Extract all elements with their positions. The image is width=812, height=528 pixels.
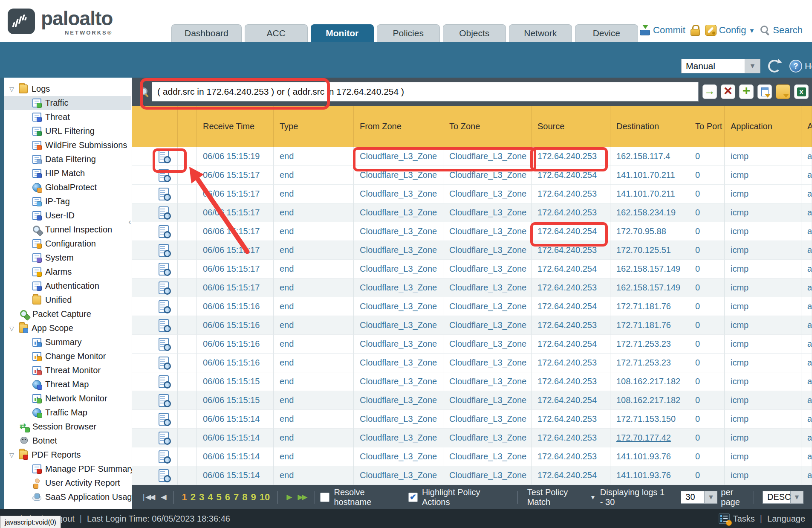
cell-to-zone[interactable]: Cloudflare_L3_Zone (443, 410, 532, 429)
cell-to-zone[interactable]: Cloudflare_L3_Zone (443, 147, 532, 166)
sidebar-item-threat-monitor[interactable]: Threat Monitor (4, 363, 131, 377)
cell-action[interactable]: allow (801, 429, 812, 447)
cell-from-zone[interactable]: Cloudflare_L3_Zone (354, 241, 443, 260)
cell-to-port[interactable]: 0 (689, 222, 725, 241)
log-detail-icon[interactable] (159, 150, 169, 163)
cell-action[interactable]: allow (801, 241, 812, 260)
column-header-icon[interactable] (132, 106, 178, 147)
cell-to-port[interactable]: 0 (689, 447, 725, 466)
cell-destination[interactable]: 162.158.157.149 (610, 260, 689, 279)
sidebar-item-globalprotect[interactable]: GlobalProtect (4, 180, 131, 194)
cell-to-zone[interactable]: Cloudflare_L3_Zone (443, 185, 532, 203)
log-detail-icon[interactable] (159, 206, 169, 219)
tasks-link[interactable]: Tasks (733, 514, 755, 524)
cell-to-zone[interactable]: Cloudflare_L3_Zone (443, 297, 532, 316)
cell-detail[interactable] (132, 241, 178, 260)
cell-destination[interactable]: 172.70.125.51 (610, 241, 689, 260)
cell-type[interactable]: end (274, 279, 354, 297)
page-number-9[interactable]: 9 (251, 492, 256, 503)
cell-destination[interactable]: 108.162.217.182 (610, 391, 689, 410)
refresh-mode-select[interactable]: Manual (681, 59, 745, 73)
lock-icon[interactable] (691, 25, 700, 36)
cell-detail[interactable] (132, 429, 178, 447)
cell-receive-time[interactable]: 06/06 15:15:16 (197, 297, 274, 316)
filter-query-input[interactable] (152, 82, 699, 102)
cell-to-port[interactable]: 0 (689, 297, 725, 316)
sidebar-item-threat-map[interactable]: Threat Map (4, 377, 131, 392)
cell-receive-time[interactable]: 06/06 15:15:17 (197, 185, 274, 203)
column-header-application[interactable]: Application (725, 106, 801, 147)
cell-action[interactable]: allow (801, 391, 812, 410)
table-row[interactable]: 06/06 15:15:17endCloudflare_L3_ZoneCloud… (132, 185, 812, 203)
cell-action[interactable]: allow (801, 335, 812, 354)
table-row[interactable]: 06/06 15:15:14endCloudflare_L3_ZoneCloud… (132, 466, 812, 485)
log-detail-icon[interactable] (159, 469, 169, 482)
cell-receive-time[interactable]: 06/06 15:15:16 (197, 335, 274, 354)
cell-detail[interactable] (132, 222, 178, 241)
tab-acc[interactable]: ACC (245, 24, 308, 42)
sidebar-item-url-filtering[interactable]: URL Filtering (4, 124, 131, 138)
cell-detail[interactable] (132, 410, 178, 429)
sidebar-item-user-activity-report[interactable]: User Activity Report (4, 476, 131, 490)
cell-detail[interactable] (132, 260, 178, 279)
cell-type[interactable]: end (274, 260, 354, 279)
table-row[interactable]: 06/06 15:15:17endCloudflare_L3_ZoneCloud… (132, 203, 812, 222)
cell-type[interactable]: end (274, 241, 354, 260)
sort-order-select[interactable]: DESC (763, 491, 791, 504)
sidebar-item-threat[interactable]: Threat (4, 110, 131, 124)
cell-source[interactable]: 172.64.240.253 (532, 447, 610, 466)
cell-to-port[interactable]: 0 (689, 260, 725, 279)
prev-page-icon[interactable]: ◀ (161, 493, 165, 502)
cell-source[interactable]: 172.64.240.253 (532, 203, 610, 222)
cell-to-zone[interactable]: Cloudflare_L3_Zone (443, 260, 532, 279)
log-detail-icon[interactable] (159, 319, 169, 332)
cell-source[interactable]: 172.64.240.253 (532, 429, 610, 447)
sidebar-item-authentication[interactable]: Authentication (4, 279, 131, 293)
cell-to-port[interactable]: 0 (689, 429, 725, 447)
cell-to-zone[interactable]: Cloudflare_L3_Zone (443, 335, 532, 354)
refresh-icon[interactable] (768, 60, 781, 73)
cell-to-zone[interactable]: Cloudflare_L3_Zone (443, 429, 532, 447)
page-number-7[interactable]: 7 (234, 492, 239, 503)
cell-detail[interactable] (132, 166, 178, 185)
cell-detail[interactable] (132, 335, 178, 354)
cell-receive-time[interactable]: 06/06 15:15:17 (197, 166, 274, 185)
cell-receive-time[interactable]: 06/06 15:15:14 (197, 410, 274, 429)
per-page-select-arrow[interactable]: ▼ (705, 491, 717, 504)
page-number-2[interactable]: 2 (191, 492, 196, 503)
cell-application[interactable]: icmp (725, 222, 801, 241)
next-page-icon[interactable]: ▶ (286, 493, 291, 502)
cell-destination[interactable]: 141.101.70.211 (610, 185, 689, 203)
sidebar-item-tunnel-inspection[interactable]: Tunnel Inspection (4, 223, 131, 237)
cell-from-zone[interactable]: Cloudflare_L3_Zone (354, 203, 443, 222)
sidebar-item-ip-tag[interactable]: IP-Tag (4, 194, 131, 209)
log-detail-icon[interactable] (159, 338, 169, 351)
cell-to-port[interactable]: 0 (689, 166, 725, 185)
tab-device[interactable]: Device (575, 24, 638, 42)
cell-receive-time[interactable]: 06/06 15:15:14 (197, 447, 274, 466)
expander-icon[interactable]: ▽ (9, 452, 19, 458)
column-header-from-zone[interactable]: From Zone (354, 106, 443, 147)
table-row[interactable]: 06/06 15:15:16endCloudflare_L3_ZoneCloud… (132, 297, 812, 316)
table-row[interactable]: 06/06 15:15:14endCloudflare_L3_ZoneCloud… (132, 429, 812, 447)
cell-to-zone[interactable]: Cloudflare_L3_Zone (443, 203, 532, 222)
cell-to-port[interactable]: 0 (689, 335, 725, 354)
cell-to-port[interactable]: 0 (689, 241, 725, 260)
cell-source[interactable]: 172.64.240.254 (532, 260, 610, 279)
page-number-1[interactable]: 1 (182, 492, 187, 503)
cell-application[interactable]: icmp (725, 410, 801, 429)
resolve-hostname-checkbox[interactable] (320, 493, 329, 502)
cell-application[interactable]: icmp (725, 279, 801, 297)
cell-source[interactable]: 172.64.240.254 (532, 166, 610, 185)
cell-detail[interactable] (132, 354, 178, 372)
cell-detail[interactable] (132, 391, 178, 410)
expander-icon[interactable]: ▽ (9, 325, 19, 332)
cell-destination[interactable]: 162.158.234.19 (610, 203, 689, 222)
column-header-source[interactable]: Source (532, 106, 610, 147)
cell-receive-time[interactable]: 06/06 15:15:17 (197, 260, 274, 279)
cell-from-zone[interactable]: Cloudflare_L3_Zone (354, 429, 443, 447)
cell-destination[interactable]: 172.71.253.23 (610, 335, 689, 354)
cell-destination[interactable]: 172.71.153.150 (610, 410, 689, 429)
log-detail-icon[interactable] (159, 188, 169, 200)
cell-source[interactable]: 172.64.240.254 (532, 335, 610, 354)
